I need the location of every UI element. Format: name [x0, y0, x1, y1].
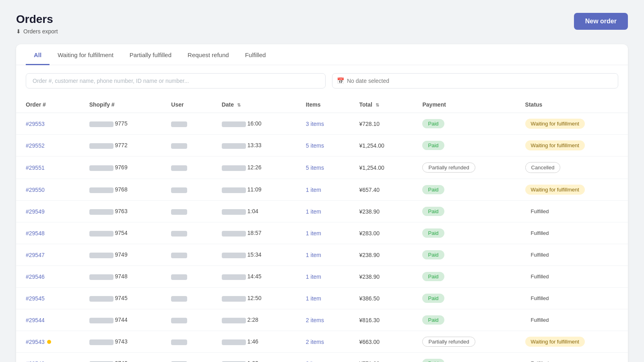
user-cell	[161, 353, 212, 362]
order-link[interactable]: #29546	[26, 274, 70, 280]
payment-cell: Paid	[413, 288, 515, 309]
status-badge: Waiting for fulfillment	[525, 337, 585, 347]
tab-fulfilled[interactable]: Fulfilled	[237, 44, 274, 65]
date-cell: 16:00	[212, 113, 296, 135]
date-cell: 13:33	[212, 135, 296, 156]
export-link[interactable]: ⬇ Orders export	[16, 28, 58, 35]
order-link[interactable]: #29551	[26, 165, 70, 171]
order-link[interactable]: #29549	[26, 208, 70, 215]
items-link[interactable]: 1 item	[306, 295, 321, 302]
order-link[interactable]: #29553	[26, 121, 70, 127]
new-order-button[interactable]: New order	[574, 13, 628, 30]
items-cell: 3 items	[296, 113, 350, 135]
items-link[interactable]: 2 items	[306, 317, 324, 323]
items-cell: 2 items	[296, 331, 350, 353]
date-cell: 2:28	[212, 309, 296, 331]
status-cell: Waiting for fulfillment	[516, 331, 628, 353]
order-link[interactable]: #29548	[26, 230, 70, 237]
shopify-cell: 9754	[80, 222, 162, 244]
payment-cell: Paid	[413, 179, 515, 201]
tab-refund[interactable]: Request refund	[180, 44, 237, 65]
items-cell: 1 item	[296, 288, 350, 309]
blurred-date	[222, 274, 246, 280]
blurred-date	[222, 339, 246, 345]
order-link[interactable]: #29547	[26, 252, 70, 258]
tab-partial[interactable]: Partially fulfilled	[122, 44, 180, 65]
items-link[interactable]: 2 items	[306, 360, 324, 362]
payment-badge: Partially refunded	[422, 162, 475, 173]
date-cell: 1:04	[212, 201, 296, 222]
blurred-date	[222, 143, 246, 149]
items-link[interactable]: 5 items	[306, 165, 324, 171]
status-badge: Waiting for fulfillment	[525, 185, 585, 195]
items-cell: 1 item	[296, 222, 350, 244]
payment-badge: Paid	[422, 250, 444, 259]
items-link[interactable]: 1 item	[306, 274, 321, 280]
table-row: #29545 9745 12:501 item¥386.50PaidFulfil…	[16, 288, 628, 309]
tab-bar: All Waiting for fulfillment Partially fu…	[16, 44, 628, 65]
col-date[interactable]: Date ⇅	[212, 97, 296, 113]
order-link[interactable]: #29544	[26, 317, 70, 323]
title-block: Orders ⬇ Orders export	[16, 13, 58, 35]
table-row: #29553 9775 16:003 items¥728.10PaidWaiti…	[16, 113, 628, 135]
status-badge: Waiting for fulfillment	[525, 140, 585, 150]
table-row: #29549 9763 1:041 item¥238.90PaidFulfill…	[16, 201, 628, 222]
table-row: #29550 9768 11:091 item¥657.40PaidWaitin…	[16, 179, 628, 201]
items-cell: 5 items	[296, 135, 350, 156]
user-cell	[161, 179, 212, 201]
date-sort-icon: ⇅	[237, 103, 241, 108]
status-cell: Fulfilled	[516, 288, 628, 309]
status-cell: Fulfilled	[516, 266, 628, 288]
total-cell: ¥663.00	[349, 331, 413, 353]
order-link[interactable]: #29552	[26, 142, 70, 149]
order-link[interactable]: #29542	[26, 360, 70, 362]
col-total[interactable]: Total ⇅	[349, 97, 413, 113]
order-link[interactable]: #29543	[26, 339, 70, 345]
user-cell	[161, 222, 212, 244]
status-cell: Fulfilled	[516, 201, 628, 222]
items-link[interactable]: 1 item	[306, 187, 321, 193]
user-cell	[161, 113, 212, 135]
blurred-shopify-prefix	[89, 121, 114, 127]
payment-badge: Paid	[422, 119, 444, 128]
blurred-shopify-prefix	[89, 296, 114, 302]
payment-badge: Paid	[422, 228, 444, 238]
tab-all[interactable]: All	[26, 44, 50, 65]
user-cell	[161, 135, 212, 156]
shopify-cell: 9743	[80, 331, 162, 353]
payment-cell: Partially refunded	[413, 156, 515, 179]
items-link[interactable]: 1 item	[306, 252, 321, 258]
status-cell: Waiting for fulfillment	[516, 135, 628, 156]
blurred-avatar	[171, 318, 187, 323]
items-link[interactable]: 1 item	[306, 208, 321, 215]
date-cell: 14:45	[212, 266, 296, 288]
search-input[interactable]	[26, 73, 326, 88]
download-icon: ⬇	[16, 28, 21, 35]
order-link[interactable]: #29550	[26, 187, 70, 193]
user-cell	[161, 244, 212, 266]
payment-badge: Paid	[422, 315, 444, 325]
blurred-shopify-prefix	[89, 165, 114, 171]
tab-waiting[interactable]: Waiting for fulfillment	[50, 44, 122, 65]
date-cell: 12:50	[212, 288, 296, 309]
order-link[interactable]: #29545	[26, 295, 70, 302]
items-link[interactable]: 3 items	[306, 121, 324, 127]
blurred-shopify-prefix	[89, 253, 114, 258]
date-cell: 18:57	[212, 222, 296, 244]
items-link[interactable]: 5 items	[306, 142, 324, 149]
total-cell: ¥816.30	[349, 309, 413, 331]
blurred-date	[222, 165, 246, 171]
blurred-shopify-prefix	[89, 143, 114, 149]
items-link[interactable]: 1 item	[306, 230, 321, 237]
total-cell: ¥283.00	[349, 222, 413, 244]
date-input[interactable]	[332, 73, 618, 88]
items-cell: 2 items	[296, 309, 350, 331]
items-link[interactable]: 2 items	[306, 339, 324, 345]
date-filter-wrapper: 📅	[332, 73, 618, 88]
shopify-cell: 9749	[80, 244, 162, 266]
page-title: Orders	[16, 13, 58, 26]
blurred-shopify-prefix	[89, 274, 114, 280]
table-body: #29553 9775 16:003 items¥728.10PaidWaiti…	[16, 113, 628, 362]
orders-table: Order # Shopify # User Date ⇅ Items Tota…	[16, 97, 628, 362]
total-cell: ¥728.10	[349, 113, 413, 135]
